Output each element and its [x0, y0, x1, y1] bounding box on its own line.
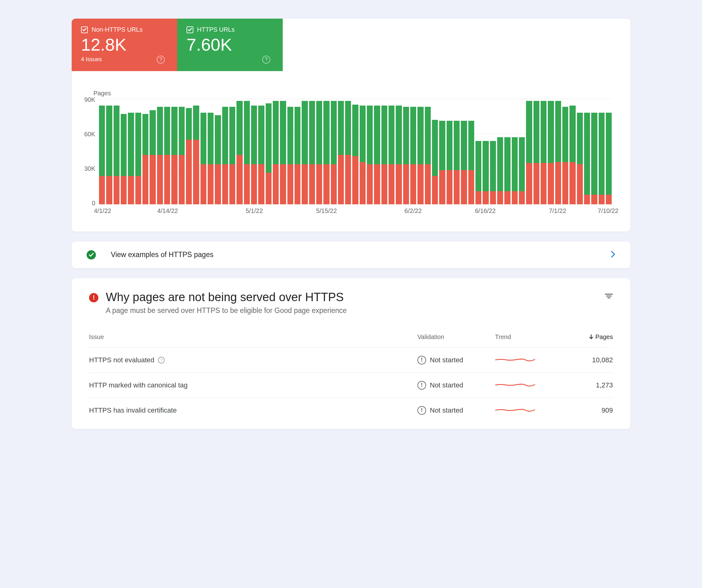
bar-column[interactable]	[374, 99, 380, 204]
bar-column[interactable]	[396, 99, 401, 204]
bar-column[interactable]	[121, 99, 127, 204]
bar-column[interactable]	[584, 99, 590, 204]
bar-column[interactable]	[157, 99, 163, 204]
pages-count: 909	[563, 406, 613, 414]
col-pages[interactable]: Pages	[563, 333, 613, 340]
bar-column[interactable]	[266, 99, 271, 204]
bar-column[interactable]	[106, 99, 112, 204]
bar-column[interactable]	[215, 99, 221, 204]
table-row[interactable]: HTTP marked with canonical tag!Not start…	[89, 373, 613, 398]
bar-column[interactable]	[345, 99, 351, 204]
bar-column[interactable]	[490, 99, 496, 204]
sort-down-icon	[589, 334, 593, 339]
help-icon[interactable]: ?	[158, 357, 165, 364]
issue-name: HTTPS not evaluated	[89, 356, 154, 364]
bar-column[interactable]	[504, 99, 510, 204]
bar-column[interactable]	[280, 99, 286, 204]
bar-column[interactable]	[316, 99, 322, 204]
bar-column[interactable]	[193, 99, 199, 204]
bar-column[interactable]	[309, 99, 315, 204]
bar-column[interactable]	[367, 99, 373, 204]
bar-column[interactable]	[128, 99, 134, 204]
bar-column[interactable]	[468, 99, 474, 204]
pages-count: 10,082	[563, 356, 613, 364]
bar-column[interactable]	[475, 99, 481, 204]
bar-column[interactable]	[114, 99, 119, 204]
bar-column[interactable]	[287, 99, 293, 204]
bar-column[interactable]	[229, 99, 235, 204]
table-row[interactable]: HTTPS has invalid certificate!Not starte…	[89, 398, 613, 423]
bar-column[interactable]	[439, 99, 445, 204]
issue-name: HTTPS has invalid certificate	[89, 406, 177, 414]
bar-column[interactable]	[222, 99, 228, 204]
view-examples-link[interactable]: View examples of HTTPS pages	[72, 241, 630, 268]
bar-column[interactable]	[323, 99, 329, 204]
bar-column[interactable]	[179, 99, 185, 204]
tab-non-https[interactable]: Non-HTTPS URLs 12.8K 4 Issues ?	[72, 19, 177, 71]
bar-column[interactable]	[149, 99, 155, 204]
tab-issues: 4 Issues	[81, 56, 102, 63]
bar-column[interactable]	[548, 99, 554, 204]
bar-column[interactable]	[606, 99, 612, 204]
bar-column[interactable]	[164, 99, 170, 204]
bar-column[interactable]	[258, 99, 264, 204]
bar-column[interactable]	[519, 99, 525, 204]
bar-column[interactable]	[577, 99, 583, 204]
chart-card: Non-HTTPS URLs 12.8K 4 Issues ? HTTPS UR…	[72, 19, 630, 231]
bar-column[interactable]	[381, 99, 387, 204]
chevron-right-icon	[611, 251, 615, 259]
bar-column[interactable]	[186, 99, 192, 204]
not-started-icon: !	[418, 381, 426, 390]
bar-column[interactable]	[338, 99, 344, 204]
bar-column[interactable]	[483, 99, 488, 204]
bar-column[interactable]	[201, 99, 206, 204]
bar-column[interactable]	[447, 99, 453, 204]
bar-column[interactable]	[461, 99, 467, 204]
bar-column[interactable]	[512, 99, 518, 204]
bar-column[interactable]	[497, 99, 503, 204]
bar-column[interactable]	[251, 99, 257, 204]
validation-status: Not started	[430, 381, 463, 389]
bar-column[interactable]	[99, 99, 105, 204]
bar-column[interactable]	[331, 99, 337, 204]
bar-column[interactable]	[591, 99, 597, 204]
bar-column[interactable]	[273, 99, 279, 204]
issues-title: Why pages are not being served over HTTP…	[106, 291, 597, 304]
filter-icon[interactable]	[605, 291, 613, 298]
help-icon[interactable]: ?	[157, 56, 165, 64]
bar-column[interactable]	[352, 99, 358, 204]
bar-column[interactable]	[410, 99, 416, 204]
bar-column[interactable]	[295, 99, 301, 204]
bar-column[interactable]	[171, 99, 177, 204]
stacked-bar-chart: Pages 90K60K30K0 4/1/224/14/225/1/225/15…	[72, 71, 630, 219]
bar-column[interactable]	[360, 99, 366, 204]
table-row[interactable]: HTTPS not evaluated?!Not started10,082	[89, 348, 613, 373]
tab-value: 7.60K	[187, 35, 270, 54]
bar-column[interactable]	[135, 99, 141, 204]
bar-column[interactable]	[526, 99, 532, 204]
table-header: Issue Validation Trend Pages	[89, 333, 613, 348]
bar-column[interactable]	[418, 99, 423, 204]
bar-column[interactable]	[570, 99, 575, 204]
col-validation: Validation	[418, 333, 489, 340]
y-axis-label: Pages	[93, 90, 612, 97]
tab-https[interactable]: HTTPS URLs 7.60K ?	[177, 19, 283, 71]
bar-column[interactable]	[534, 99, 540, 204]
bar-column[interactable]	[454, 99, 460, 204]
bar-column[interactable]	[555, 99, 561, 204]
bar-column[interactable]	[244, 99, 250, 204]
bar-column[interactable]	[302, 99, 308, 204]
bar-column[interactable]	[562, 99, 568, 204]
bar-column[interactable]	[208, 99, 214, 204]
bar-column[interactable]	[541, 99, 547, 204]
help-icon[interactable]: ?	[262, 56, 270, 64]
issues-header: ! Why pages are not being served over HT…	[89, 291, 613, 315]
bar-column[interactable]	[142, 99, 148, 204]
bar-column[interactable]	[432, 99, 438, 204]
y-ticks: 90K60K30K0	[77, 96, 95, 207]
bar-column[interactable]	[425, 99, 431, 204]
bar-column[interactable]	[388, 99, 394, 204]
bar-column[interactable]	[599, 99, 604, 204]
bar-column[interactable]	[403, 99, 409, 204]
bar-column[interactable]	[236, 99, 242, 204]
